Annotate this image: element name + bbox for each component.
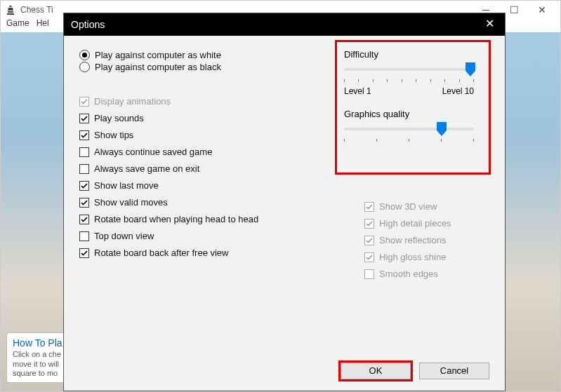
menu-game[interactable]: Game	[6, 18, 29, 32]
difficulty-max-label: Level 10	[442, 86, 474, 96]
options-left-column: Display animations Play sounds Show tips…	[79, 85, 290, 264]
close-button[interactable]: ✕	[528, 1, 556, 18]
chk-rotate-back-label: Rotate board back after free view	[94, 248, 229, 258]
ok-button[interactable]: OK	[341, 363, 411, 379]
chk-last-move-label: Show last move	[94, 180, 159, 191]
chk-animations	[79, 97, 89, 107]
graphics-title: Graphics quality	[344, 109, 482, 119]
chk-show-3d	[364, 202, 374, 212]
dialog-buttons: OK Cancel	[341, 363, 489, 379]
chk-tips[interactable]	[79, 130, 89, 140]
cancel-button[interactable]: Cancel	[419, 363, 489, 379]
graphics-block: Graphics quality	[344, 109, 482, 144]
difficulty-title: Difficulty	[344, 49, 482, 60]
chk-smooth	[364, 269, 374, 279]
chk-gloss-label: High gloss shine	[379, 252, 446, 262]
chk-high-detail-label: High detail pieces	[379, 218, 451, 229]
chk-rotate-h2h[interactable]	[79, 215, 89, 224]
dialog-titlebar: Options ✕	[64, 13, 505, 36]
chk-reflections-label: Show reflections	[379, 235, 446, 245]
chk-smooth-label: Smooth edges	[379, 269, 438, 279]
chk-valid-moves[interactable]	[79, 198, 89, 208]
close-icon[interactable]: ✕	[481, 16, 498, 33]
app-icon	[5, 4, 16, 15]
main-title: Chess Ti	[20, 5, 53, 15]
radio-play-white[interactable]	[79, 50, 90, 60]
menu-help[interactable]: Hel	[37, 18, 49, 32]
chk-sounds[interactable]	[79, 114, 89, 123]
difficulty-thumb[interactable]	[466, 62, 475, 76]
graphics-slider[interactable]	[344, 123, 474, 144]
options-dialog: Options ✕ Play against computer as white…	[63, 13, 506, 391]
howto-body: Click on a che move it to will square to…	[13, 350, 70, 378]
radio-play-black-label: Play against computer as black	[95, 62, 221, 72]
chk-save-on-exit[interactable]	[79, 164, 89, 174]
graphics-thumb[interactable]	[437, 122, 447, 136]
chk-animations-label: Display animations	[94, 96, 171, 107]
difficulty-slider[interactable]	[344, 64, 474, 85]
radio-play-black[interactable]	[79, 62, 90, 72]
chk-top-down[interactable]	[79, 231, 89, 241]
howto-title: How To Pla	[13, 337, 70, 349]
radio-play-white-label: Play against computer as white	[95, 50, 221, 60]
chk-sounds-label: Play sounds	[94, 113, 144, 123]
chk-top-down-label: Top down view	[94, 231, 154, 241]
chk-last-move[interactable]	[79, 181, 89, 191]
chk-gloss	[364, 252, 374, 262]
difficulty-min-label: Level 1	[344, 86, 371, 96]
chk-show-3d-label: Show 3D view	[379, 201, 437, 212]
dialog-title: Options	[71, 19, 105, 30]
chk-continue-saved-label: Always continue saved game	[94, 147, 212, 157]
chk-save-on-exit-label: Always save game on exit	[94, 163, 199, 174]
difficulty-block: Difficulty Level 1 Level 10	[344, 49, 482, 96]
play-against-group: Play against computer as white Play agai…	[79, 50, 221, 74]
chk-reflections	[364, 236, 374, 245]
chk-continue-saved[interactable]	[79, 147, 89, 157]
chk-rotate-h2h-label: Rotate board when playing head to head	[94, 214, 258, 224]
chk-tips-label: Show tips	[94, 130, 133, 140]
graphics-options-column: Show 3D view High detail pieces Show ref…	[364, 201, 477, 285]
chk-valid-moves-label: Show valid moves	[94, 197, 168, 208]
sliders-highlight-box: Difficulty Level 1 Level 10	[335, 40, 491, 175]
chk-rotate-back[interactable]	[79, 248, 89, 258]
chk-high-detail	[364, 219, 374, 229]
